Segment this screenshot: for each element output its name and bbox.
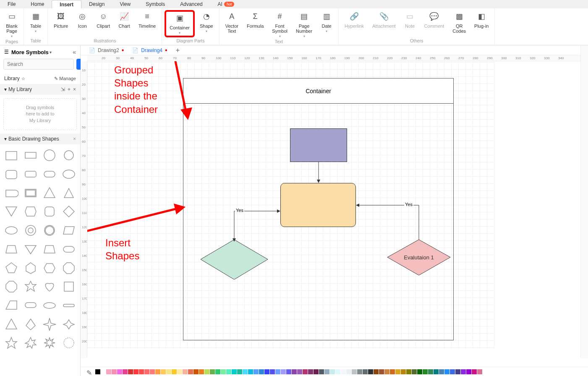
color-swatch[interactable]: [237, 369, 242, 374]
color-swatch[interactable]: [390, 369, 395, 374]
color-swatch[interactable]: [401, 369, 406, 374]
timeline-button[interactable]: ≡Timeline: [135, 10, 159, 37]
more-symbols-header[interactable]: ☰ More Symbols ▾ «: [0, 45, 80, 59]
color-swatch[interactable]: [444, 369, 449, 374]
manage-link[interactable]: ✎ Manage: [54, 76, 76, 81]
shape-cell[interactable]: [61, 261, 77, 276]
shape-cell[interactable]: [42, 185, 58, 201]
shape-cell[interactable]: [61, 317, 77, 332]
color-swatch[interactable]: [215, 369, 220, 374]
color-swatch[interactable]: [308, 369, 313, 374]
color-swatch[interactable]: [139, 369, 144, 374]
shape-cell[interactable]: [23, 148, 39, 163]
color-swatch[interactable]: [314, 369, 319, 374]
shape-cell[interactable]: [61, 204, 77, 219]
menu-ai[interactable]: AIhot: [210, 0, 242, 8]
shape-cell[interactable]: [61, 298, 77, 313]
color-swatch[interactable]: [368, 369, 373, 374]
table-button[interactable]: ▦Table▾: [26, 10, 45, 37]
shape-cell[interactable]: [42, 204, 58, 219]
color-swatch[interactable]: [324, 369, 329, 374]
shape-cell[interactable]: [23, 167, 39, 182]
shape-cell[interactable]: [23, 204, 39, 219]
color-swatch[interactable]: [188, 369, 193, 374]
color-swatch[interactable]: [204, 369, 209, 374]
shape-cell[interactable]: [3, 204, 19, 219]
color-swatch[interactable]: [428, 369, 433, 374]
color-swatch[interactable]: [395, 369, 400, 374]
font-symbol-button[interactable]: #Font Symbol▾: [269, 10, 291, 38]
color-swatch[interactable]: [357, 369, 362, 374]
color-swatch[interactable]: [275, 369, 280, 374]
menu-advanced[interactable]: Advanced: [172, 0, 210, 8]
add-icon[interactable]: +: [68, 86, 71, 92]
comment-button[interactable]: 💬Comment: [421, 10, 448, 37]
shape-cell[interactable]: [61, 335, 77, 350]
color-swatch[interactable]: [352, 369, 357, 374]
shape-cell[interactable]: [42, 261, 58, 276]
process-rounded-shape[interactable]: [280, 183, 356, 227]
color-swatch[interactable]: [253, 369, 259, 374]
shape-cell[interactable]: [3, 242, 19, 257]
color-swatch[interactable]: [210, 369, 215, 374]
color-swatch[interactable]: [341, 369, 346, 374]
export-icon[interactable]: ⇲: [61, 86, 65, 92]
color-swatch[interactable]: [172, 369, 177, 374]
doc-tab[interactable]: 📄Drawing4•: [132, 47, 167, 54]
color-swatch[interactable]: [319, 369, 324, 374]
color-swatch[interactable]: [259, 369, 264, 374]
color-swatch[interactable]: [199, 369, 204, 374]
shape-cell[interactable]: [3, 148, 19, 163]
my-library-header[interactable]: ▾ My Library ⇲ + ×: [0, 84, 80, 95]
color-swatch[interactable]: [270, 369, 275, 374]
date-button[interactable]: ▥Date▾: [317, 10, 336, 38]
color-swatch[interactable]: [144, 369, 149, 374]
picture-button[interactable]: 🖼Picture: [50, 10, 71, 37]
close-icon[interactable]: ×: [73, 86, 76, 92]
color-swatch[interactable]: [455, 369, 460, 374]
shape-cell[interactable]: [3, 298, 19, 313]
shape-cell[interactable]: [42, 279, 58, 294]
color-swatch[interactable]: [166, 369, 171, 374]
shape-cell[interactable]: [23, 223, 39, 238]
container-title[interactable]: Container: [183, 78, 453, 104]
color-swatch[interactable]: [406, 369, 411, 374]
add-tab-button[interactable]: +: [176, 47, 180, 54]
library-row[interactable]: Library ☆ ✎ Manage: [0, 73, 80, 84]
color-swatch[interactable]: [106, 369, 111, 374]
color-swatch[interactable]: [264, 369, 269, 374]
color-swatch[interactable]: [335, 369, 340, 374]
shape-cell[interactable]: [3, 335, 19, 350]
color-swatch[interactable]: [434, 369, 439, 374]
shape-cell[interactable]: [23, 279, 39, 294]
icon-button[interactable]: ◎Icon: [73, 10, 91, 37]
process-shape[interactable]: [290, 128, 347, 162]
color-swatch[interactable]: [461, 369, 466, 374]
color-swatch[interactable]: [303, 369, 308, 374]
color-swatch[interactable]: [363, 369, 368, 374]
page[interactable]: Container Evalutaion 1 Yes Yes Grouped S…: [87, 61, 494, 349]
shape-cell[interactable]: [42, 317, 58, 332]
color-swatch[interactable]: [183, 369, 188, 374]
color-swatch[interactable]: [346, 369, 351, 374]
hyperlink-button[interactable]: 🔗Hyperlink: [341, 10, 367, 37]
color-swatch[interactable]: [384, 369, 389, 374]
shape-cell[interactable]: [3, 279, 19, 294]
color-swatch[interactable]: [330, 369, 335, 374]
doc-tab[interactable]: 📄Drawing2•: [89, 47, 124, 54]
color-swatch[interactable]: [133, 369, 139, 374]
color-swatch[interactable]: [177, 369, 182, 374]
shape-cell[interactable]: [42, 223, 58, 238]
menu-insert[interactable]: Insert: [52, 0, 81, 8]
shape-cell[interactable]: [23, 185, 39, 201]
color-swatch[interactable]: [101, 369, 106, 374]
color-swatch[interactable]: [477, 369, 482, 374]
basic-shapes-header[interactable]: ▾ Basic Drawing Shapes ×: [0, 133, 80, 144]
shape-button[interactable]: ◔Shape▾: [196, 10, 217, 37]
menu-file[interactable]: File: [0, 0, 23, 8]
clipart-button[interactable]: ☺Clipart: [93, 10, 113, 37]
shape-cell[interactable]: [61, 185, 77, 201]
color-swatch[interactable]: [286, 369, 291, 374]
color-swatch[interactable]: [450, 369, 455, 374]
color-swatch[interactable]: [243, 369, 248, 374]
